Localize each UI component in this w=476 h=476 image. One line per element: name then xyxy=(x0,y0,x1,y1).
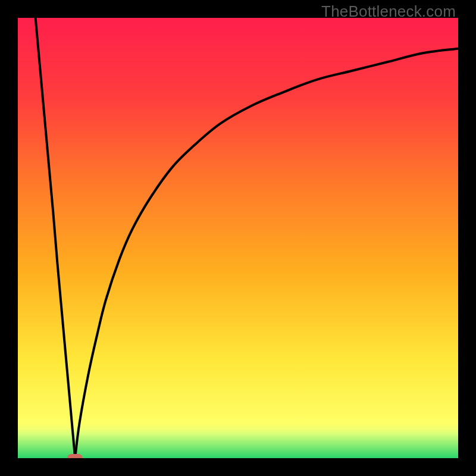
chart-frame: TheBottleneck.com xyxy=(0,0,476,476)
plot-svg xyxy=(18,18,458,458)
plot-area xyxy=(18,18,458,458)
green-band xyxy=(18,421,458,458)
minimum-marker xyxy=(67,454,83,458)
